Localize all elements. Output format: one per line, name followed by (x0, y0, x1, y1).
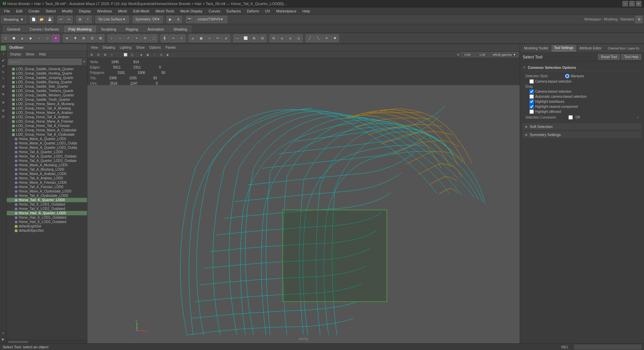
shelf-icon-31[interactable]: ⧉ (269, 34, 277, 42)
list-item[interactable]: Horse_Tail_A_Arabian_LOD0 (7, 176, 87, 180)
viewport-menu-show[interactable]: Show (134, 45, 146, 50)
shelf-icon-24[interactable]: ⊹ (205, 34, 213, 42)
y-coord-input[interactable] (476, 52, 489, 57)
list-item[interactable]: Horse_Tail_K_LOD1_Outdated (7, 202, 87, 207)
list-item[interactable]: LOD_Group_Saddle_General_Quarter (7, 67, 87, 71)
tab-curves-surfaces[interactable]: Curves / Surfaces (25, 26, 63, 33)
user-btn[interactable]: contactT3WVN ▼ (194, 16, 227, 23)
vp-icon-8[interactable]: ◈ (138, 52, 144, 57)
shelf-icon-16[interactable]: ⌖ (133, 34, 141, 42)
list-item[interactable]: LOD_Group_Horse_Mane_A_Friesian (7, 119, 87, 124)
reset-tool-button[interactable]: Reset Tool (598, 54, 620, 60)
list-item[interactable]: Horse_Hair_K_LOD1_Outdated (7, 215, 87, 220)
vp-icon-10[interactable]: ○ (152, 52, 158, 57)
shelf-icon-27[interactable]: — (233, 34, 241, 42)
shelf-icon-8[interactable]: ⊕ (63, 34, 71, 42)
list-item[interactable]: Horse_Mane_A_Clydesdale_LOD0 (7, 189, 87, 193)
shelf-icon-2[interactable]: ⬢ (10, 34, 18, 42)
shelf-icon-19[interactable]: ╋ (161, 34, 169, 42)
menu-mesh-tools[interactable]: Mesh Tools (153, 8, 177, 14)
highlight-affected-checkbox[interactable] (529, 110, 534, 114)
shelf-icon-30[interactable]: ⊟ (258, 34, 266, 42)
shelf-icon-34[interactable]: ⧅ (295, 34, 303, 42)
shelf-icon-15[interactable]: ⤢ (124, 34, 132, 42)
list-item[interactable]: Horse_Mane_A_Quarter_LOD0 (7, 137, 87, 141)
shelf-icon-35[interactable]: ╱ (306, 34, 314, 42)
outliner-list[interactable]: LOD_Group_Saddle_General_Quarter LOD_Gro… (7, 66, 87, 340)
list-item[interactable]: Horse_Mane_A_Arabian_LOD0 (7, 172, 87, 176)
list-item[interactable]: Horse_Tail_A_Friesian_LOD0 (7, 185, 87, 189)
camera-icon-btn[interactable]: 📷 (186, 16, 193, 23)
vp-icon-9[interactable]: ◉ (145, 52, 151, 57)
mel-input[interactable] (574, 345, 641, 349)
pause-button[interactable]: ⏸ (175, 16, 182, 23)
shelf-icon-11[interactable]: ⊟ (88, 34, 96, 42)
list-item[interactable]: LOD_Group_Horse_Tail_A_Clydesdale (7, 132, 87, 137)
move-tool-icon[interactable]: ✛ (1, 63, 6, 69)
minimize-button[interactable]: ─ (622, 1, 628, 6)
vp-icon-5[interactable]: ⬛ (116, 52, 122, 57)
tool-help-button[interactable]: Tool Help (621, 54, 641, 60)
symmetry-off-btn[interactable]: Symmetry: Off ▼ (133, 16, 163, 23)
shelf-icon-5[interactable]: ○ (35, 34, 43, 42)
menu-mesh[interactable]: Mesh (115, 8, 130, 14)
list-item[interactable]: LOD_Group_Saddle_Western_Quarter (7, 93, 87, 97)
menu-create[interactable]: Create (26, 8, 42, 14)
list-item[interactable]: Horse_Tail_A_Mustang_LOD0 (7, 167, 87, 172)
highlight-backfaces-checkbox[interactable] (529, 99, 534, 104)
snap-grid-button[interactable]: ⊞ (76, 16, 84, 23)
soft-select-icon[interactable]: ◍ (1, 84, 6, 89)
viewport-menu-lighting[interactable]: Lighting (118, 45, 133, 50)
marquee-camera-checkbox[interactable] (529, 79, 534, 84)
menu-uv[interactable]: UV (262, 8, 273, 14)
tab-animation[interactable]: Animation (143, 26, 168, 33)
paint-tool-icon[interactable]: 🖌 (1, 57, 6, 63)
anim-icon[interactable]: ▶ (1, 337, 6, 342)
tab-attribute-editor[interactable]: Attribute Editor (577, 45, 604, 51)
shelf-icon-22[interactable]: ⊿ (188, 34, 197, 42)
toolbox-icon-2[interactable]: ⊟ (1, 114, 6, 119)
tab-poly-modeling[interactable]: Poly Modeling (64, 26, 96, 33)
soft-selection-header[interactable]: ▶ Soft Selection (523, 123, 641, 130)
list-item[interactable]: Horse_Mane_A_Mustang_LOD0 (7, 163, 87, 167)
vp-icon-1[interactable]: ⊞ (89, 52, 95, 57)
shelf-icon-21[interactable]: ⌗ (177, 34, 185, 42)
no-live-surface-btn[interactable]: No Live Surface ▼ (95, 16, 129, 23)
common-selection-header[interactable]: ▼ Common Selection Options (523, 64, 641, 71)
lasso-tool-icon[interactable]: ⌇ (1, 51, 6, 57)
menu-select[interactable]: Select (43, 8, 59, 14)
new-scene-button[interactable]: 📄 (30, 16, 37, 23)
list-item-selected[interactable]: Horse_Tail_K_Quarter_LOD0 (7, 198, 87, 202)
save-scene-button[interactable]: 💾 (46, 16, 53, 23)
undo-button[interactable]: ↩ (57, 16, 65, 23)
workspace-settings-btn[interactable]: ⚙ (635, 16, 643, 23)
vp-icon-7[interactable]: ◫ (129, 52, 135, 57)
layers-icon[interactable]: ≡ (1, 331, 6, 336)
shelf-icon-9[interactable]: ✚ (71, 34, 79, 42)
highlight-backfaces-label[interactable]: Highlight backfaces (529, 99, 564, 104)
shelf-icon-33[interactable]: ⧄ (286, 34, 294, 42)
tab-shading[interactable]: Shading (169, 26, 191, 33)
list-item[interactable]: LOD_Group_Horse_Mane_A_Mustang (7, 102, 87, 106)
rotate-tool-icon[interactable]: ↻ (1, 70, 6, 75)
symmetry-settings-header[interactable]: ▶ Symmetry Settings (523, 131, 641, 138)
drag-camera-checkbox[interactable] (529, 89, 534, 94)
list-item[interactable]: Horse_Tail_A_Quarter_LOD1_Outdate (7, 154, 87, 159)
horizontal-scrollbar-thumb[interactable] (8, 341, 28, 343)
shelf-icon-38[interactable]: ✖ (331, 34, 339, 42)
shelf-icon-3[interactable]: ▲ (18, 34, 26, 42)
x-coord-input[interactable] (461, 52, 474, 57)
vp-icon-6[interactable]: ⬜ (122, 52, 128, 57)
menu-edit-mesh[interactable]: Edit Mesh (130, 8, 152, 14)
shelf-icon-12[interactable]: ⊠ (96, 34, 104, 42)
menu-surfaces[interactable]: Surfaces (224, 8, 244, 14)
list-item[interactable]: LOD_Group_Horse_Tail_A_Friesian (7, 124, 87, 128)
tab-tool-settings[interactable]: Tool Settings (552, 45, 576, 51)
shelf-icon-36[interactable]: ╲ (314, 34, 322, 42)
marquee-radio-label[interactable]: Marquee (565, 74, 584, 78)
menu-file[interactable]: File (1, 8, 13, 14)
constraint-checkbox[interactable] (568, 115, 573, 120)
scale-tool-icon[interactable]: ⤡ (1, 76, 6, 81)
shelf-icon-14[interactable]: ↔ (116, 34, 124, 42)
viewport-menu-options[interactable]: Options (147, 45, 163, 50)
